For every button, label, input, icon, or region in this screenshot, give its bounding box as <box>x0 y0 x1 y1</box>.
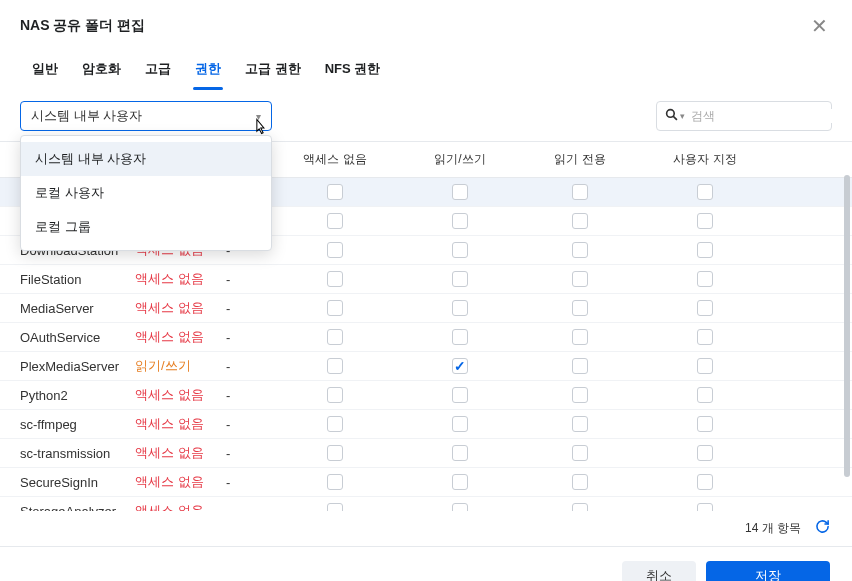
checkbox-ro[interactable] <box>572 213 588 229</box>
cell-checkbox-rw <box>400 445 520 461</box>
checkbox-rw[interactable] <box>452 416 468 432</box>
checkbox-custom[interactable] <box>697 503 713 511</box>
checkbox-rw[interactable] <box>452 474 468 490</box>
tab-4[interactable]: 고급 권한 <box>233 50 313 90</box>
column-header-rw[interactable]: 읽기/쓰기 <box>400 142 520 177</box>
tab-0[interactable]: 일반 <box>20 50 70 90</box>
cell-checkbox-noaccess <box>270 445 400 461</box>
close-icon[interactable]: ✕ <box>807 14 832 38</box>
cell-checkbox-ro <box>520 329 640 345</box>
cell-extra: - <box>220 388 270 403</box>
checkbox-custom[interactable] <box>697 271 713 287</box>
checkbox-noaccess[interactable] <box>327 329 343 345</box>
column-header-noaccess[interactable]: 액세스 없음 <box>270 142 400 177</box>
cell-checkbox-custom <box>640 474 770 490</box>
cell-name: StorageAnalyzer <box>0 504 135 512</box>
checkbox-custom[interactable] <box>697 387 713 403</box>
checkbox-rw[interactable] <box>452 271 468 287</box>
cell-permission: 액세스 없음 <box>135 328 220 346</box>
checkbox-rw[interactable] <box>452 445 468 461</box>
checkbox-ro[interactable] <box>572 329 588 345</box>
checkbox-custom[interactable] <box>697 300 713 316</box>
cell-checkbox-ro <box>520 242 640 258</box>
search-box[interactable]: ▾ <box>656 101 832 131</box>
search-input[interactable] <box>691 109 841 123</box>
table-row[interactable]: FileStation액세스 없음- <box>0 265 852 294</box>
table-row[interactable]: SecureSignIn액세스 없음- <box>0 468 852 497</box>
checkbox-noaccess[interactable] <box>327 387 343 403</box>
checkbox-ro[interactable] <box>572 242 588 258</box>
checkbox-custom[interactable] <box>697 213 713 229</box>
table-row[interactable]: PlexMediaServer읽기/쓰기- <box>0 352 852 381</box>
cancel-button[interactable]: 취소 <box>622 561 696 581</box>
table-row[interactable]: sc-ffmpeg액세스 없음- <box>0 410 852 439</box>
checkbox-custom[interactable] <box>697 358 713 374</box>
checkbox-custom[interactable] <box>697 329 713 345</box>
checkbox-noaccess[interactable] <box>327 213 343 229</box>
cell-name: Python2 <box>0 388 135 403</box>
checkbox-noaccess[interactable] <box>327 416 343 432</box>
checkbox-rw[interactable] <box>452 358 468 374</box>
tab-5[interactable]: NFS 권한 <box>313 50 393 90</box>
checkbox-rw[interactable] <box>452 184 468 200</box>
cell-name: sc-transmission <box>0 446 135 461</box>
cell-permission: 액세스 없음 <box>135 270 220 288</box>
checkbox-noaccess[interactable] <box>327 445 343 461</box>
cell-checkbox-custom <box>640 271 770 287</box>
cell-extra: - <box>220 475 270 490</box>
checkbox-rw[interactable] <box>452 503 468 511</box>
checkbox-ro[interactable] <box>572 387 588 403</box>
checkbox-ro[interactable] <box>572 184 588 200</box>
cell-checkbox-rw <box>400 503 520 511</box>
tabs: 일반암호화고급권한고급 권한NFS 권한 <box>0 50 852 91</box>
checkbox-noaccess[interactable] <box>327 300 343 316</box>
checkbox-noaccess[interactable] <box>327 358 343 374</box>
checkbox-custom[interactable] <box>697 474 713 490</box>
checkbox-rw[interactable] <box>452 387 468 403</box>
cell-checkbox-custom <box>640 358 770 374</box>
checkbox-noaccess[interactable] <box>327 184 343 200</box>
dropdown-option-1[interactable]: 로컬 사용자 <box>21 176 271 210</box>
cell-checkbox-custom <box>640 503 770 511</box>
column-header-ro[interactable]: 읽기 전용 <box>520 142 640 177</box>
checkbox-noaccess[interactable] <box>327 271 343 287</box>
checkbox-noaccess[interactable] <box>327 242 343 258</box>
tab-3[interactable]: 권한 <box>183 50 233 90</box>
checkbox-ro[interactable] <box>572 503 588 511</box>
checkbox-ro[interactable] <box>572 416 588 432</box>
dropdown-option-2[interactable]: 로컬 그룹 <box>21 210 271 244</box>
checkbox-rw[interactable] <box>452 213 468 229</box>
checkbox-custom[interactable] <box>697 416 713 432</box>
column-header-custom[interactable]: 사용자 지정 <box>640 142 770 177</box>
checkbox-rw[interactable] <box>452 300 468 316</box>
dropdown-option-0[interactable]: 시스템 내부 사용자 <box>21 142 271 176</box>
table-row[interactable]: Python2액세스 없음- <box>0 381 852 410</box>
refresh-icon[interactable] <box>815 519 830 538</box>
table-row[interactable]: MediaServer액세스 없음- <box>0 294 852 323</box>
checkbox-noaccess[interactable] <box>327 474 343 490</box>
table-row[interactable]: sc-transmission액세스 없음- <box>0 439 852 468</box>
dropdown-panel: 시스템 내부 사용자로컬 사용자로컬 그룹 <box>20 135 272 251</box>
checkbox-custom[interactable] <box>697 445 713 461</box>
cell-permission: 액세스 없음 <box>135 299 220 317</box>
checkbox-noaccess[interactable] <box>327 503 343 511</box>
checkbox-rw[interactable] <box>452 242 468 258</box>
cell-checkbox-ro <box>520 503 640 511</box>
checkbox-custom[interactable] <box>697 184 713 200</box>
checkbox-ro[interactable] <box>572 358 588 374</box>
checkbox-ro[interactable] <box>572 474 588 490</box>
cell-permission: 액세스 없음 <box>135 473 220 491</box>
checkbox-custom[interactable] <box>697 242 713 258</box>
table-row[interactable]: OAuthService액세스 없음- <box>0 323 852 352</box>
cell-extra: - <box>220 504 270 512</box>
checkbox-rw[interactable] <box>452 329 468 345</box>
checkbox-ro[interactable] <box>572 271 588 287</box>
table-row[interactable]: StorageAnalyzer액세스 없음- <box>0 497 852 511</box>
user-type-dropdown[interactable]: 시스템 내부 사용자 ▾ <box>20 101 272 131</box>
scrollbar[interactable] <box>844 175 850 477</box>
tab-1[interactable]: 암호화 <box>70 50 133 90</box>
save-button[interactable]: 저장 <box>706 561 830 581</box>
checkbox-ro[interactable] <box>572 300 588 316</box>
tab-2[interactable]: 고급 <box>133 50 183 90</box>
checkbox-ro[interactable] <box>572 445 588 461</box>
